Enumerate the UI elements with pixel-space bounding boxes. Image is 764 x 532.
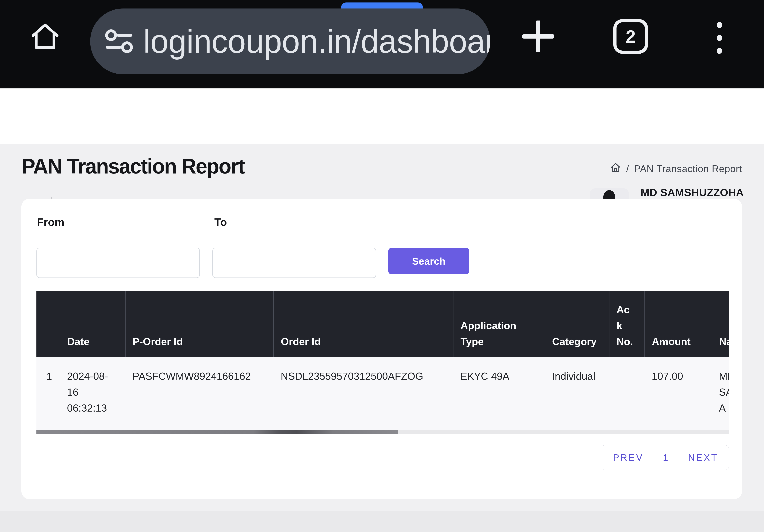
col-header-application-type: Application Type xyxy=(453,291,545,357)
url-text: logincoupon.in/dashboar xyxy=(143,23,490,60)
cell-date: 2024-08-16 06:32:13 xyxy=(60,357,125,430)
from-date-input[interactable] xyxy=(36,248,200,278)
to-label: To xyxy=(214,216,227,228)
breadcrumb: / PAN Transaction Report xyxy=(610,162,742,175)
app-header: MD SAMSHUZZOHA RETAILER MDSAM34293 xyxy=(0,89,764,144)
screen: logincoupon.in/dashboar 2 xyxy=(0,0,764,532)
table-row: 1 2024-08-16 06:32:13 PASFCWMW8924166162… xyxy=(36,357,729,430)
menu-dot-icon xyxy=(717,22,722,28)
horizontal-scrollbar[interactable] xyxy=(36,430,729,435)
col-header-amount: Amount xyxy=(645,291,712,357)
transactions-table: Date P-Order Id Order Id Application Typ… xyxy=(36,291,729,430)
menu-dot-icon xyxy=(717,35,722,41)
user-name: MD SAMSHUZZOHA xyxy=(641,187,744,198)
cell-application-type: EKYC 49A xyxy=(453,357,545,430)
cell-category: Individual xyxy=(545,357,609,430)
menu-dot-icon xyxy=(717,48,722,54)
breadcrumb-current: PAN Transaction Report xyxy=(634,163,742,174)
browser-home-button[interactable] xyxy=(27,19,64,54)
plus-icon xyxy=(522,21,554,53)
tab-count: 2 xyxy=(626,26,636,47)
cell-order-id: NSDL23559570312500AFZOG xyxy=(274,357,453,430)
cell-amount: 107.00 xyxy=(645,357,712,430)
scrollbar-thumb[interactable] xyxy=(36,430,398,435)
next-page-button[interactable]: NEXT xyxy=(677,445,729,470)
cell-sn: 1 xyxy=(36,357,60,430)
transactions-table-wrap: Date P-Order Id Order Id Application Typ… xyxy=(36,291,729,430)
breadcrumb-home-icon[interactable] xyxy=(610,162,621,175)
col-header-sn xyxy=(36,291,60,357)
tab-switcher-button[interactable]: 2 xyxy=(613,19,648,54)
site-settings-icon[interactable] xyxy=(104,26,134,57)
cell-p-order-id: PASFCWMW8924166162 xyxy=(125,357,274,430)
browser-menu-button[interactable] xyxy=(716,22,723,54)
prev-page-button[interactable]: PREV xyxy=(603,445,654,470)
search-button[interactable]: Search xyxy=(388,248,469,274)
col-header-name: Name xyxy=(712,291,729,357)
report-card: From To Search Date P-Order Id Order Id … xyxy=(21,199,742,499)
cell-ack-no xyxy=(609,357,645,430)
col-header-p-order-id: P-Order Id xyxy=(125,291,274,357)
new-tab-button[interactable] xyxy=(522,20,554,53)
home-icon xyxy=(29,21,61,52)
page-title: PAN Transaction Report xyxy=(21,154,244,178)
col-header-category: Category xyxy=(545,291,609,357)
pagination: PREV 1 NEXT xyxy=(603,445,729,470)
breadcrumb-separator: / xyxy=(626,163,629,174)
footer-band xyxy=(0,511,764,532)
browser-chrome-bar: logincoupon.in/dashboar 2 xyxy=(0,0,764,89)
to-date-input[interactable] xyxy=(212,248,376,278)
col-header-order-id: Order Id xyxy=(274,291,453,357)
url-bar[interactable]: logincoupon.in/dashboar xyxy=(90,9,490,74)
col-header-date: Date xyxy=(60,291,125,357)
table-header-row: Date P-Order Id Order Id Application Typ… xyxy=(36,291,729,357)
col-header-ack-no: Ack No. xyxy=(609,291,645,357)
from-label: From xyxy=(37,216,64,228)
cell-name: MD SAMSHUZZOHA xyxy=(712,357,729,430)
page-number-button[interactable]: 1 xyxy=(654,445,677,470)
